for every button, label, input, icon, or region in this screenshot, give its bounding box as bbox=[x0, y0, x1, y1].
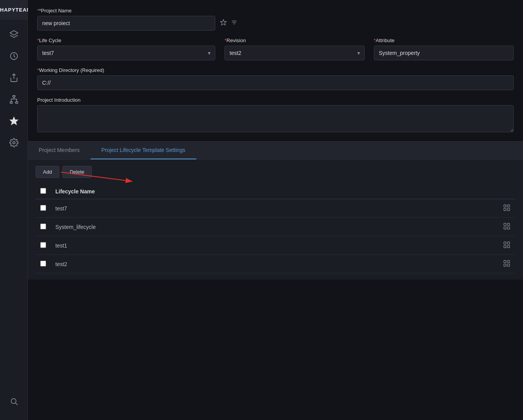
sidebar-item-star[interactable] bbox=[5, 113, 22, 130]
action-header bbox=[497, 184, 515, 199]
svg-marker-11 bbox=[10, 117, 18, 125]
lifecycle-name-cell: test7 bbox=[51, 199, 497, 218]
svg-rect-36 bbox=[508, 264, 510, 266]
row-checkbox-cell bbox=[36, 255, 51, 273]
svg-rect-33 bbox=[504, 261, 506, 263]
lifecycle-name-cell: test2 bbox=[51, 255, 497, 273]
lifecycle-name-header: Lifecycle Name bbox=[51, 184, 497, 199]
select-all-checkbox[interactable] bbox=[40, 188, 46, 194]
lifecycle-name-cell: test1 bbox=[51, 236, 497, 255]
row-checkbox[interactable] bbox=[40, 242, 46, 248]
revision-select[interactable]: test2 test1 bbox=[225, 46, 365, 60]
svg-rect-24 bbox=[508, 208, 510, 211]
svg-rect-4 bbox=[10, 102, 12, 103]
lifecycle-field-group: *Life Cycle test7 System_lifecycle test1… bbox=[37, 38, 215, 60]
svg-rect-35 bbox=[504, 264, 506, 266]
delete-button[interactable]: Delete bbox=[62, 166, 92, 178]
table-row: System_lifecycle bbox=[36, 218, 515, 236]
sidebar-item-settings[interactable] bbox=[5, 134, 22, 151]
view-icon[interactable] bbox=[503, 262, 511, 268]
sidebar-bottom bbox=[5, 391, 22, 412]
svg-rect-23 bbox=[504, 208, 506, 211]
project-name-label: **Project Name bbox=[37, 8, 514, 14]
tab-lifecycle-template-settings[interactable]: Project Lifecycle Template Settings bbox=[91, 142, 196, 159]
view-icon[interactable] bbox=[503, 225, 511, 231]
svg-point-13 bbox=[11, 399, 16, 404]
view-icon[interactable] bbox=[503, 207, 511, 213]
project-name-icons bbox=[220, 19, 238, 27]
svg-rect-5 bbox=[15, 102, 18, 103]
svg-rect-30 bbox=[508, 242, 510, 244]
intro-label: Project Introduction bbox=[37, 97, 514, 103]
attribute-input[interactable] bbox=[374, 46, 514, 60]
row-action-cell bbox=[497, 236, 515, 255]
app-logo: HAPYTEAM bbox=[0, 0, 27, 20]
action-buttons: Add Delete bbox=[36, 166, 515, 178]
tab-content: Add Delete bbox=[28, 160, 523, 280]
tabs-section: Project Members Project Lifecycle Templa… bbox=[28, 141, 523, 280]
sidebar-item-share[interactable] bbox=[5, 69, 22, 86]
favorite-icon[interactable] bbox=[220, 19, 227, 27]
working-dir-label: *Working Directory (Required) bbox=[37, 67, 514, 73]
svg-rect-32 bbox=[508, 246, 510, 248]
working-dir-section: *Working Directory (Required) bbox=[37, 67, 514, 90]
table-header-checkbox bbox=[36, 184, 51, 199]
lifecycle-select[interactable]: test7 System_lifecycle test1 test2 bbox=[37, 46, 215, 60]
lifecycle-name-cell: System_lifecycle bbox=[51, 218, 497, 236]
row-checkbox[interactable] bbox=[40, 205, 46, 211]
svg-rect-21 bbox=[504, 205, 506, 207]
sidebar-item-clock[interactable] bbox=[5, 48, 22, 65]
action-buttons-row: Add Delete bbox=[36, 166, 515, 178]
svg-rect-31 bbox=[504, 246, 506, 248]
form-area: **Project Name bbox=[28, 0, 523, 141]
filter-icon[interactable] bbox=[231, 19, 238, 27]
tab-project-members[interactable]: Project Members bbox=[28, 142, 91, 159]
row-action-cell bbox=[497, 255, 515, 273]
table-row: test1 bbox=[36, 236, 515, 255]
svg-point-12 bbox=[13, 142, 15, 144]
svg-rect-34 bbox=[508, 261, 510, 263]
intro-textarea[interactable] bbox=[37, 105, 514, 132]
lifecycle-table: Lifecycle Name test7 bbox=[36, 184, 515, 273]
add-button[interactable]: Add bbox=[36, 166, 59, 178]
svg-line-14 bbox=[15, 403, 17, 405]
sidebar-item-layers[interactable] bbox=[5, 26, 22, 43]
row-action-cell bbox=[497, 218, 515, 236]
lifecycle-select-wrapper: test7 System_lifecycle test1 test2 bbox=[37, 46, 215, 60]
table-row: test2 bbox=[36, 255, 515, 273]
svg-marker-0 bbox=[10, 31, 18, 35]
svg-rect-28 bbox=[508, 227, 510, 229]
revision-field-group: *Revision test2 test1 bbox=[225, 38, 365, 60]
revision-label: *Revision bbox=[225, 38, 365, 43]
lifecycle-label: *Life Cycle bbox=[37, 38, 215, 43]
sidebar-item-diagram[interactable] bbox=[5, 91, 22, 108]
row-checkbox[interactable] bbox=[40, 261, 46, 266]
view-icon[interactable] bbox=[503, 244, 511, 250]
revision-select-wrapper: test2 test1 bbox=[225, 46, 365, 60]
sidebar-item-search[interactable] bbox=[5, 393, 22, 410]
row-checkbox-cell bbox=[36, 236, 51, 255]
row-action-cell bbox=[497, 199, 515, 218]
svg-rect-27 bbox=[504, 227, 506, 229]
svg-marker-15 bbox=[221, 20, 226, 25]
main-content: **Project Name bbox=[28, 0, 523, 420]
row-checkbox[interactable] bbox=[40, 224, 46, 229]
svg-rect-3 bbox=[13, 96, 15, 97]
row-checkbox-cell bbox=[36, 199, 51, 218]
row-checkbox-cell bbox=[36, 218, 51, 236]
project-intro-section: Project Introduction bbox=[37, 97, 514, 133]
tabs-header: Project Members Project Lifecycle Templa… bbox=[28, 142, 523, 160]
attribute-label: *Attribute bbox=[374, 38, 514, 43]
working-dir-input[interactable] bbox=[37, 75, 514, 90]
table-row: test7 bbox=[36, 199, 515, 218]
svg-rect-25 bbox=[504, 224, 506, 226]
svg-rect-29 bbox=[504, 242, 506, 244]
attribute-field-group: *Attribute bbox=[374, 38, 514, 60]
sidebar: HAPYTEAM bbox=[0, 0, 28, 420]
svg-rect-26 bbox=[508, 224, 510, 226]
project-name-input[interactable] bbox=[37, 16, 215, 31]
svg-rect-22 bbox=[508, 205, 510, 207]
